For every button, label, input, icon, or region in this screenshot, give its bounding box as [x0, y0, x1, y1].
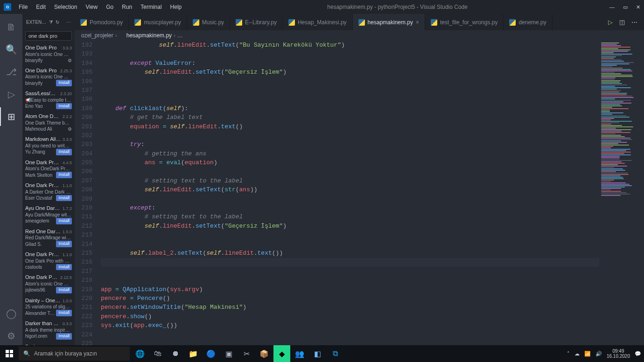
- extension-name: Markdown All in…: [25, 136, 61, 142]
- volume-icon[interactable]: 🔊: [595, 351, 602, 357]
- app-icon[interactable]: 📦: [256, 345, 273, 362]
- install-button[interactable]: Install: [56, 264, 72, 271]
- extension-version: 0.3.0: [63, 321, 72, 327]
- search-icon[interactable]: 🔍: [0, 40, 22, 59]
- extension-name: One Dark Pro Italic: [25, 159, 61, 166]
- minimap[interactable]: [599, 41, 644, 345]
- extension-item[interactable]: Dainty – One Da…1.0.025 variations of sl…: [22, 295, 75, 318]
- account-icon[interactable]: ◯: [0, 304, 22, 323]
- tab-deneme-py[interactable]: deneme.py: [504, 14, 552, 30]
- chevron-right-icon: ›: [115, 32, 117, 39]
- install-button[interactable]: Install: [56, 103, 72, 110]
- snip-icon[interactable]: ✂: [238, 345, 255, 362]
- refresh-icon[interactable]: ↻: [56, 20, 59, 25]
- extension-item[interactable]: Ayu One Dark Pr…1.7.2Ayu Dark/Mirage wit…: [22, 203, 75, 226]
- install-button[interactable]: Install: [56, 333, 72, 340]
- terminal-icon[interactable]: ▣: [220, 345, 237, 362]
- gear-icon[interactable]: ⚙: [68, 57, 72, 63]
- install-button[interactable]: Install: [56, 172, 72, 178]
- extension-item[interactable]: One Dark Pro3.9.3Atom's iconic One Dar…b…: [22, 42, 75, 65]
- run-icon[interactable]: ▷: [608, 19, 613, 26]
- install-button[interactable]: Install: [56, 149, 72, 155]
- onedrive-icon[interactable]: ☁: [574, 351, 580, 357]
- menu-go[interactable]: Go: [102, 2, 117, 12]
- store-icon[interactable]: 🛍: [149, 345, 166, 362]
- code-editor[interactable]: 1921931941951961971981992002012022032042…: [75, 41, 644, 345]
- code-content[interactable]: self.lineEdit.setText("Bu Sayının Karekö…: [101, 41, 599, 345]
- run-debug-icon[interactable]: ▷: [0, 85, 22, 104]
- install-button[interactable]: Install: [56, 80, 72, 86]
- app2-icon[interactable]: ◧: [309, 345, 326, 362]
- tab-musicplayer-py[interactable]: musicplayer.py: [129, 14, 187, 30]
- pycharm-icon[interactable]: ◆: [273, 345, 290, 362]
- maximize-icon[interactable]: ▭: [623, 4, 628, 10]
- breadcrumb[interactable]: ozel_projeler › hesapmakinem.py › …: [75, 30, 644, 41]
- vscode-icon[interactable]: ⧉: [327, 345, 343, 362]
- tab-pomodoro-py[interactable]: Pomodoro.py: [75, 14, 129, 30]
- breadcrumb-segment[interactable]: hesapmakinem.py: [126, 32, 172, 39]
- windows-taskbar: 🔍 Aramak için buraya yazın 🌐 🛍 ⏺ 📁 🔵 ▣ ✂…: [0, 345, 644, 362]
- install-button[interactable]: Install: [56, 287, 72, 293]
- window-controls[interactable]: — ▭ ✕: [609, 4, 640, 10]
- line-number: 220: [75, 294, 92, 303]
- minimize-icon[interactable]: —: [609, 4, 615, 10]
- tab-music-py[interactable]: Music.py: [187, 14, 230, 30]
- extension-item[interactable]: One Dark Pro M…1.1.0A Darker One Dark Pr…: [22, 180, 75, 203]
- menu-selection[interactable]: Selection: [50, 2, 81, 12]
- menu-view[interactable]: View: [82, 2, 101, 12]
- tab-hesapmakinem-py[interactable]: hesapmakinem.py×: [353, 14, 425, 30]
- menu-terminal[interactable]: Terminal: [137, 2, 165, 12]
- install-button[interactable]: Install: [56, 241, 72, 247]
- extension-item[interactable]: One Dark Pro2.25.3Atom's iconic One Dar……: [22, 65, 75, 88]
- install-button[interactable]: Install: [56, 195, 72, 202]
- extension-search-input[interactable]: one dark pro: [25, 31, 72, 41]
- tab-e-library-py[interactable]: E--Library.py: [230, 14, 283, 30]
- code-line: [101, 230, 599, 239]
- extension-item[interactable]: Markdown All in…3.3.0All you need to wri…: [22, 134, 75, 157]
- more-icon[interactable]: ⋯: [66, 20, 71, 25]
- extension-name: One Dark Pro It…: [25, 274, 59, 280]
- search-icon: 🔍: [23, 350, 30, 357]
- extensions-icon[interactable]: ⊞: [0, 107, 22, 126]
- explorer-icon[interactable]: 📁: [185, 345, 202, 362]
- install-button[interactable]: Install: [56, 218, 72, 224]
- tab-hesap_makinesi-py[interactable]: Hesap_Makinesi.py: [283, 14, 353, 30]
- menu-help[interactable]: Help: [167, 2, 186, 12]
- extension-item[interactable]: One Dark Pro Italic4.4.5Atom's OneDark P…: [22, 157, 75, 180]
- extension-item[interactable]: Red One Dark Pro1.5.0Red Dark/Mirage wit…: [22, 226, 75, 249]
- taskbar-search[interactable]: 🔍 Aramak için buraya yazın: [19, 347, 130, 361]
- extension-item[interactable]: Dark1.3.0Theme designed in a n…ThomazIns…: [22, 341, 75, 346]
- settings-gear-icon[interactable]: ⚙: [0, 327, 22, 345]
- chrome-icon[interactable]: 🔵: [203, 345, 219, 362]
- split-editor-icon[interactable]: ◫: [619, 19, 625, 26]
- media-icon[interactable]: ⏺: [167, 345, 184, 362]
- extension-desc: 📢Easy to compile ts, t…: [25, 97, 72, 103]
- start-button[interactable]: [0, 345, 19, 362]
- source-control-icon[interactable]: ⎇: [0, 63, 22, 81]
- install-button[interactable]: Install: [56, 310, 72, 316]
- menu-edit[interactable]: Edit: [32, 2, 49, 12]
- extension-item[interactable]: Sass/Less/Scss/…2.3.20📢Easy to compile t…: [22, 88, 75, 111]
- gear-icon[interactable]: ⚙: [68, 126, 72, 132]
- system-tray[interactable]: ˄ ☁ 📶 🔊 09:49 16.10.2020 💬: [567, 348, 644, 359]
- explorer-icon[interactable]: 🗎: [0, 18, 22, 36]
- close-icon[interactable]: ✕: [636, 4, 640, 10]
- more-icon[interactable]: ⋯: [631, 19, 637, 26]
- tab-test_file_for_wrongs-py[interactable]: test_file_for_wrongs.py: [425, 14, 504, 30]
- filter-icon[interactable]: ⧩: [49, 20, 53, 25]
- close-icon[interactable]: ×: [416, 19, 419, 26]
- breadcrumb-segment[interactable]: ozel_projeler: [81, 32, 113, 39]
- extension-item[interactable]: One Dark Pro Var1.1.0One Dark Pro with C…: [22, 249, 75, 272]
- extension-item[interactable]: One Dark Pro It…2.12.5Atom's iconic One …: [22, 272, 75, 295]
- edge-icon[interactable]: 🌐: [132, 345, 148, 362]
- extension-item[interactable]: Atom One Dark …2.2.2One Dark Theme base……: [22, 111, 75, 134]
- extension-item[interactable]: Darker than One…0.3.0A dark theme inspir…: [22, 318, 75, 341]
- chevron-up-icon[interactable]: ˄: [567, 351, 570, 357]
- notifications-icon[interactable]: 💬: [635, 351, 641, 357]
- breadcrumb-segment[interactable]: …: [177, 32, 183, 39]
- taskbar-clock[interactable]: 09:49 16.10.2020: [607, 348, 630, 359]
- teams-icon[interactable]: 👥: [291, 345, 308, 362]
- menu-file[interactable]: File: [15, 2, 31, 12]
- menu-run[interactable]: Run: [118, 2, 136, 12]
- wifi-icon[interactable]: 📶: [584, 351, 591, 357]
